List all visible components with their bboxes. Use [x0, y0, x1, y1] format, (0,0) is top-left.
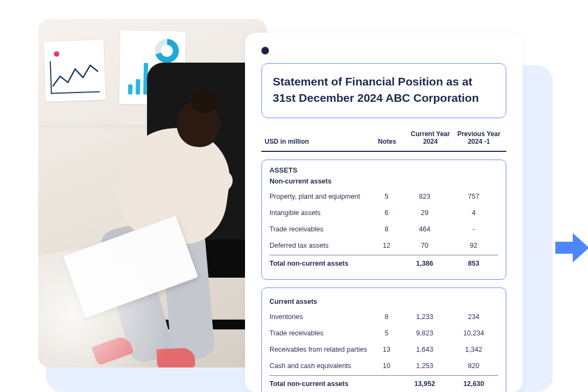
- current-heading: Current assets: [270, 298, 498, 305]
- row-note: 13: [373, 346, 400, 353]
- table-row: Trade receivables 5 9,823 10,234: [270, 325, 498, 341]
- svg-marker-0: [555, 233, 588, 262]
- row-note: 6: [373, 209, 400, 217]
- row-note: 5: [373, 193, 400, 200]
- row-previous: 1,342: [449, 346, 498, 353]
- assets-heading: ASSETS: [270, 167, 498, 174]
- total-previous: 12,630: [449, 380, 498, 388]
- header-notes: Notes: [368, 138, 406, 145]
- row-current: 9,823: [400, 329, 449, 337]
- row-label: Receivables from related parties: [270, 346, 373, 353]
- row-note: 8: [373, 313, 400, 321]
- total-row: Total non-current assets 1,386 853: [270, 255, 498, 272]
- total-current: 1,386: [400, 260, 449, 267]
- header-unit: USD in million: [265, 138, 368, 145]
- table-row: Receivables from related parties 13 1,64…: [270, 341, 498, 358]
- photo-card: [38, 19, 267, 367]
- row-note: 10: [373, 362, 400, 370]
- row-label: Trade receivables: [270, 329, 373, 337]
- row-label: Inventories: [270, 313, 373, 321]
- total-row: Total non-current assets 13,952 12,630: [270, 376, 498, 392]
- table-row: Property, plant and equipment 5 823 757: [270, 188, 498, 205]
- row-previous: 757: [449, 193, 498, 200]
- row-current: 1,233: [400, 313, 449, 321]
- row-previous: -: [449, 225, 498, 233]
- figure-hair-bun: [192, 89, 218, 113]
- table-column-headers: USD in million Notes Current Year 2024 P…: [261, 126, 506, 152]
- table-row: Trade receivables 8 464 -: [270, 221, 498, 237]
- header-previous: Previous Year 2024 -1: [455, 130, 503, 145]
- row-label: Cash and cash equivalents: [270, 362, 373, 370]
- financial-statement-card: Statement of Financial Position as at 31…: [245, 33, 523, 392]
- row-current: 464: [400, 225, 449, 233]
- row-note: 8: [373, 225, 400, 233]
- pin-dot-icon: [54, 51, 59, 57]
- row-note: 5: [373, 329, 400, 337]
- row-current: 823: [400, 193, 449, 200]
- header-current: Current Year 2024: [406, 130, 455, 145]
- section-non-current-assets: ASSETS Non-current assets Property, plan…: [261, 160, 506, 280]
- row-label: Intangible assets: [270, 209, 373, 217]
- table-row: Inventories 8 1,233 234: [270, 309, 498, 325]
- photo-scene: [38, 19, 267, 367]
- wall-poster-line-chart: [44, 40, 106, 102]
- row-label: Deferred tax assets: [270, 242, 373, 249]
- row-previous: 92: [449, 242, 498, 249]
- document-title: Statement of Financial Position as at 31…: [273, 74, 495, 107]
- row-label: Property, plant and equipment: [270, 193, 373, 200]
- row-label: Trade receivables: [270, 225, 373, 233]
- arrow-right-icon: [553, 229, 588, 267]
- row-previous: 10,234: [449, 329, 498, 337]
- row-previous: 4: [449, 209, 498, 217]
- document-title-frame: Statement of Financial Position as at 31…: [261, 63, 506, 118]
- row-current: 1,253: [400, 362, 449, 370]
- table-row: Deferred tax assets 12 70 92: [270, 237, 498, 254]
- total-current: 13,952: [400, 380, 449, 388]
- section-current-assets: Current assets Inventories 8 1,233 234 T…: [261, 287, 506, 392]
- total-previous: 853: [449, 260, 498, 267]
- card-dot-icon: [261, 47, 269, 54]
- table-row: Intangible assets 6 29 4: [270, 205, 498, 221]
- row-current: 70: [400, 242, 449, 249]
- row-current: 29: [400, 209, 449, 217]
- row-current: 1,643: [400, 346, 449, 353]
- total-label: Total non-current assets: [270, 380, 373, 388]
- non-current-heading: Non-current assets: [270, 177, 498, 185]
- total-label: Total non-current assets: [270, 260, 373, 267]
- donut-chart-icon: [155, 39, 179, 63]
- row-previous: 234: [449, 313, 498, 321]
- row-note: 12: [373, 242, 400, 249]
- row-previous: 820: [449, 362, 498, 370]
- table-row: Cash and cash equivalents 10 1,253 820: [270, 358, 498, 374]
